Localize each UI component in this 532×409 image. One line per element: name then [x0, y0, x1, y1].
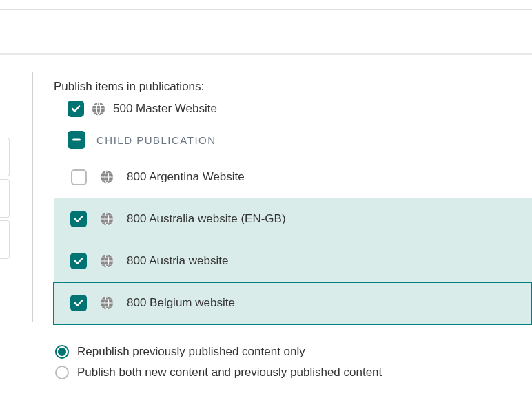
child-publication-label: 800 Belgium website [127, 296, 235, 310]
child-publication-label: 800 Argentina Website [127, 170, 245, 184]
radio-label: Publish both new content and previously … [77, 366, 382, 379]
minus-icon [72, 135, 81, 145]
child-publication-list: 800 Argentina Website 800 Australia webs… [54, 156, 532, 324]
child-section-checkbox-indeterminate[interactable] [68, 131, 85, 149]
publish-mode-radio-group: Republish previously published content o… [54, 345, 532, 379]
globe-icon [99, 253, 114, 269]
sidebar-stub [0, 179, 10, 218]
child-publication-row[interactable]: 800 Australia website (EN-GB) [54, 198, 532, 240]
child-checkbox[interactable] [71, 169, 87, 185]
sidebar-stub [0, 138, 10, 176]
radio-option-publish-both[interactable]: Publish both new content and previously … [55, 366, 532, 379]
publications-heading: Publish items in publications: [54, 80, 532, 94]
check-icon [73, 255, 84, 266]
child-publication-label: 800 Austria website [127, 254, 228, 268]
child-publication-row[interactable]: 800 Argentina Website [54, 156, 532, 198]
master-publication-label: 500 Master Website [113, 102, 217, 116]
svg-rect-1 [72, 139, 81, 141]
radio-option-republish[interactable]: Republish previously published content o… [55, 345, 532, 359]
child-publication-row[interactable]: 800 Belgium website [54, 282, 532, 324]
check-icon [73, 213, 84, 224]
radio-button[interactable] [55, 345, 69, 359]
check-icon [73, 297, 84, 308]
child-publication-label: 800 Australia website (EN-GB) [127, 212, 286, 226]
globe-icon [99, 169, 114, 185]
master-checkbox[interactable] [68, 101, 84, 117]
radio-label: Republish previously published content o… [77, 345, 305, 359]
radio-dot-icon [58, 348, 66, 356]
sidebar-stub [0, 220, 10, 259]
child-checkbox[interactable] [70, 211, 87, 227]
master-publication-row[interactable]: 500 Master Website [54, 101, 532, 117]
child-publication-row[interactable]: 800 Austria website [54, 240, 532, 282]
globe-icon [99, 295, 114, 311]
child-checkbox[interactable] [70, 253, 87, 269]
globe-icon [99, 211, 114, 227]
child-publication-section-label: CHILD PUBLICATION [96, 134, 216, 146]
child-publication-section[interactable]: CHILD PUBLICATION [54, 131, 532, 149]
child-checkbox[interactable] [70, 295, 87, 311]
check-icon [70, 103, 81, 114]
globe-icon [91, 101, 106, 116]
radio-button[interactable] [55, 366, 69, 379]
